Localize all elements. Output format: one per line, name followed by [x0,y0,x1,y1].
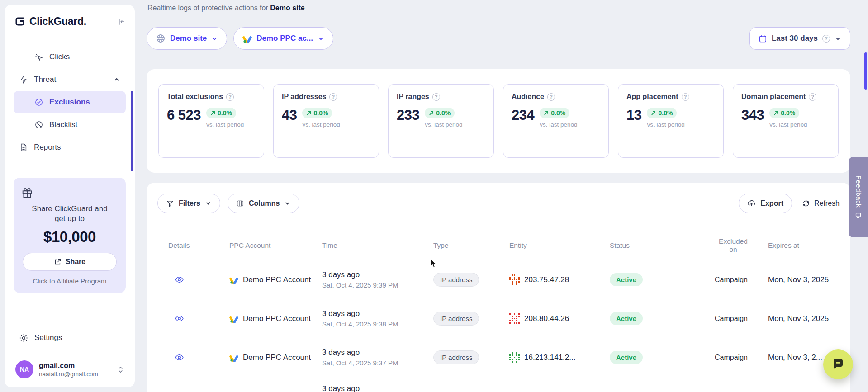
export-label: Export [760,199,783,208]
cursor-click-icon [34,52,43,61]
export-button[interactable]: Export [739,194,792,213]
help-icon[interactable]: ? [809,93,816,101]
sidebar-nav: Clicks Threat Exclusions Blacklist [14,46,126,159]
feedback-tab[interactable]: Feedback [849,157,868,237]
entity-identicon [509,313,520,324]
site-selector-label: Demo site [170,34,207,43]
sidebar-item-clicks[interactable]: Clicks [14,46,126,68]
sidebar-item-threat[interactable]: Threat [14,68,126,91]
table-row[interactable]: Demo PPC Account 3 days ago Sat, Oct 4, … [157,338,840,377]
sidebar-item-settings[interactable]: Settings [14,327,126,348]
help-icon[interactable]: ? [547,93,555,101]
share-button[interactable]: Share [23,253,117,271]
view-details-button[interactable] [175,275,184,284]
chevron-up-icon [113,76,120,83]
cloud-export-icon [747,199,756,208]
sidebar-scrollbar[interactable] [131,91,133,171]
feedback-label: Feedback [854,175,863,208]
page-scrollbar[interactable] [864,52,867,90]
excluded-on-cell: Campaign [715,276,768,284]
user-email: naatali.ro@gmail.com [39,371,98,378]
document-icon [19,143,28,152]
help-icon[interactable]: ? [682,93,689,101]
stat-value: 6 523 [167,108,201,123]
stat-caption: vs. last period [425,121,462,128]
stat-value: 13 [626,108,641,123]
chevron-down-icon [318,35,324,42]
clickguard-logo: ClickGuard. [14,15,86,28]
stat-label: IP addresses [282,93,326,101]
expires-at-cell: Mon, Nov 3, 2025 [768,275,840,284]
divider [14,354,126,354]
trend-badge: 0.0% [769,108,799,118]
table-header-row: Details PPC Account Time Type Entity Sta… [157,237,840,260]
help-icon[interactable]: ? [226,93,234,101]
table-row[interactable]: Demo PPC Account 3 days ago Sat, Oct 4, … [157,299,840,338]
ppc-account-cell: Demo PPC Account [229,353,322,362]
ppc-account-cell: Demo PPC Account [229,314,322,323]
column-header-ppc-account: PPC Account [229,241,322,250]
stat-caption: vs. last period [302,121,340,128]
stat-value: 43 [282,108,297,123]
refresh-button[interactable]: Refresh [802,199,840,208]
date-range-selector[interactable]: Last 30 days ? [749,27,850,50]
columns-label: Columns [249,199,280,208]
type-cell: IP address [433,312,509,326]
ppc-account-cell: Demo PPC Account [229,275,322,284]
time-relative: 3 days ago [322,270,429,279]
entity-value: 208.80.44.26 [524,314,569,323]
affiliate-link[interactable]: Click to Affiliate Program [21,277,119,285]
time-cell: 3 days ago Sat, Oct 4, 2025 9:38 PM [322,309,433,328]
stats-panel: Total exclusions? 6 523 0.0% vs. last pe… [147,69,850,173]
settings-label: Settings [34,333,62,342]
badge-check-icon [34,98,43,107]
sidebar-item-label: Blacklist [49,120,77,129]
type-badge: IP address [433,312,479,326]
chevron-updown-icon [117,365,124,374]
time-relative: 3 days ago [322,348,429,357]
chat-button[interactable] [823,349,853,379]
help-icon[interactable]: ? [432,93,440,101]
trend-badge: 0.0% [647,108,677,118]
stat-domain-placement: Domain placement? 343 0.0% vs. last peri… [733,84,839,158]
status-badge: Active [610,273,643,286]
columns-button[interactable]: Columns [228,194,299,213]
promo-text: Share ClickGuard and get up to [21,204,119,224]
table-row[interactable]: Demo PPC Account 3 days ago Sat, Oct 4, … [157,260,840,299]
date-range-label: Last 30 days [772,34,818,43]
sidebar-item-blacklist[interactable]: Blacklist [14,113,126,136]
sidebar-collapse-button[interactable] [117,17,126,26]
sidebar-item-label: Clicks [49,52,70,61]
excluded-on-cell: Campaign [715,315,768,323]
account-selector[interactable]: Demo PPC ac... [233,27,333,50]
columns-icon [236,199,244,208]
chat-bubble-icon [831,358,845,371]
site-selector[interactable]: Demo site [147,27,227,50]
lightning-icon [19,75,28,84]
table-row-partial[interactable]: 3 days ago [157,377,840,392]
ban-icon [34,120,43,129]
stat-audience: Audience? 234 0.0% vs. last period [503,84,609,158]
filters-button[interactable]: Filters [157,194,220,213]
view-details-button[interactable] [175,314,184,323]
status-cell: Active [610,273,715,286]
stat-ip-ranges: IP ranges? 233 0.0% vs. last period [388,84,494,158]
column-header-entity: Entity [509,241,610,250]
details-cell [168,353,229,362]
sidebar-bottom: Settings NA gmail.com naatali.ro@gmail.c… [14,327,126,378]
sidebar-item-label: Threat [34,75,56,84]
view-details-button[interactable] [175,353,184,362]
user-menu[interactable]: NA gmail.com naatali.ro@gmail.com [14,360,126,378]
status-cell: Active [610,351,715,364]
stat-caption: vs. last period [206,121,244,128]
sidebar-item-exclusions[interactable]: Exclusions [14,91,126,113]
entity-value: 203.75.47.28 [524,275,569,284]
filters-label: Filters [179,199,200,208]
refresh-icon [802,199,810,208]
stat-total-exclusions: Total exclusions? 6 523 0.0% vs. last pe… [158,84,264,158]
expires-at-cell: Mon, Nov 3, 2025 [768,314,840,323]
gear-icon [19,333,28,343]
column-header-time: Time [322,241,433,250]
sidebar-item-reports[interactable]: Reports [14,136,126,159]
help-icon[interactable]: ? [329,93,337,101]
